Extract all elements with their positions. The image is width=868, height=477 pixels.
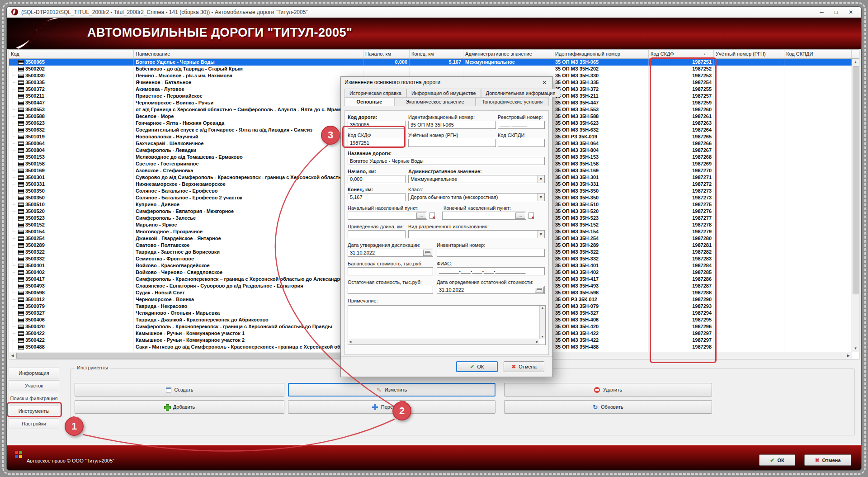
cell-end[interactable]: 5,167 — [410, 59, 463, 66]
cell-name[interactable]: Симферополь - Левадки — [134, 147, 363, 154]
note-textarea[interactable]: ▲▼ ◀▶ — [348, 305, 546, 345]
cell-name[interactable]: Симферополь - Красноперекопск – граница … — [134, 276, 363, 283]
cell-rgn[interactable] — [714, 269, 784, 276]
dialog-cancel-button[interactable]: ✖Отмена — [504, 361, 544, 372]
cell-skdf[interactable]: 1987264 — [649, 127, 714, 133]
cell-code[interactable]: 3500401 — [9, 262, 134, 269]
cell-rgn[interactable] — [714, 93, 784, 99]
cell-rgn[interactable] — [714, 303, 784, 310]
cell-name[interactable]: Джанкой - Гвардейское - Янтарное — [134, 235, 363, 242]
minimize-button[interactable]: ─ — [820, 9, 824, 15]
cell-skpdi[interactable] — [784, 255, 852, 262]
cell-rgn[interactable] — [714, 59, 784, 66]
cell-code[interactable]: 3500158 — [9, 161, 134, 167]
cell-skdf[interactable]: 1987276 — [649, 208, 714, 215]
cell-name[interactable]: Таврида - Джанкой - Красноперекопск до А… — [134, 316, 363, 323]
tab-extra[interactable]: Дополнительная информация — [481, 89, 561, 97]
cell-code[interactable]: 3500520 — [9, 208, 134, 215]
cell-skdf[interactable]: 1987271 — [649, 174, 714, 181]
end-field[interactable]: 5,167 — [348, 193, 406, 201]
cell-rgn[interactable] — [714, 147, 784, 154]
cell-code[interactable]: 3500422 — [9, 337, 134, 344]
scroll-up-icon[interactable]: ▲ — [540, 306, 545, 309]
tab-property[interactable]: Информация об имуществе — [406, 89, 481, 97]
cell-rgn[interactable] — [714, 120, 784, 127]
cell-skdf[interactable]: 1987254 — [649, 79, 714, 86]
cell-skdf[interactable]: 1987267 — [649, 147, 714, 154]
cell-ident[interactable]: 35 ОП МЗ 35Н-804 — [553, 147, 649, 154]
chevron-down-icon[interactable]: ▼ — [537, 194, 544, 201]
cell-skpdi[interactable] — [784, 120, 852, 127]
cell-code[interactable]: 3500406 — [9, 316, 134, 323]
cell-ident[interactable]: 35 ОП МЗ 35Н-447 — [553, 99, 649, 106]
cell-ident[interactable]: 35 ОП МЗ 35Н-588 — [553, 113, 649, 120]
cell-code[interactable]: 3500289 — [9, 242, 134, 249]
cell-ident[interactable]: 35 ОП МЗ 35Н-331 — [553, 181, 649, 188]
residual-date-field[interactable]: 31.10.2022 — [437, 286, 545, 294]
scroll-left-icon[interactable]: ◀ — [349, 340, 351, 344]
cell-name[interactable]: Многоводное - Прозрачное — [134, 228, 363, 235]
cell-code[interactable]: 3500079 — [9, 303, 134, 310]
cell-skdf[interactable]: 1987251 — [649, 59, 714, 66]
cell-rgn[interactable] — [714, 222, 784, 228]
cell-skpdi[interactable] — [784, 249, 852, 255]
cell-name[interactable]: Нижнезаморское - Верхнезаморское — [134, 181, 363, 188]
cell-rgn[interactable] — [714, 310, 784, 316]
cell-code[interactable]: 3500254 — [9, 235, 134, 242]
cell-skpdi[interactable] — [784, 269, 852, 276]
cell-name[interactable]: Таврида - Заветное до Борисовки — [134, 249, 363, 255]
col-header-code[interactable]: Код — [9, 50, 134, 58]
cell-skpdi[interactable] — [784, 140, 852, 147]
move-button[interactable]: Переместить — [288, 400, 495, 414]
cell-ident[interactable]: 35 ОП МЗ 35Н-520 — [553, 208, 649, 215]
cell-rgn[interactable] — [714, 330, 784, 337]
cell-skpdi[interactable] — [784, 228, 852, 235]
delete-button[interactable]: Удалить — [504, 383, 712, 397]
cell-ident[interactable]: 35 ОП МЗ 35Н-523 — [553, 215, 649, 222]
create-button[interactable]: Создать — [75, 383, 284, 397]
cell-name[interactable]: Черноморское - Воинка — [134, 296, 363, 303]
cell-skdf[interactable]: 1987253 — [649, 72, 714, 79]
cell-skpdi[interactable] — [784, 215, 852, 222]
cell-name[interactable]: Веселое - Море — [134, 113, 363, 120]
cell-code[interactable]: 3500417 — [9, 276, 134, 283]
rgn-field[interactable] — [408, 139, 496, 147]
browse-dots-button[interactable]: ... — [416, 213, 426, 219]
chevron-down-icon[interactable]: ▼ — [537, 175, 544, 183]
cell-name[interactable]: Соляное - Батальное - Ерофеево 2 участок — [134, 194, 363, 201]
maximize-button[interactable]: □ — [835, 9, 838, 15]
cell-ident[interactable]: 35 ОП МЗ 35Н-623 — [553, 120, 649, 127]
cell-ident[interactable]: 35 ОП МЗ 35Н-202 — [553, 66, 649, 72]
cell-code[interactable]: 3500154 — [9, 228, 134, 235]
cell-rgn[interactable] — [714, 208, 784, 215]
cell-ident[interactable]: 35 ОП МЗ 35Н-422 — [553, 337, 649, 344]
reduced-length-field[interactable] — [348, 230, 406, 238]
cell-skpdi[interactable] — [784, 99, 852, 106]
tab-main[interactable]: Основные — [344, 97, 394, 106]
reestr-field[interactable]: ____-______ — [498, 121, 545, 129]
cell-ident[interactable]: 35 ОП РЗ 35К-012 — [553, 296, 649, 303]
cell-skpdi[interactable] — [784, 344, 852, 350]
note-hscrollbar[interactable]: ◀▶ — [348, 339, 539, 345]
cell-skdf[interactable]: 1987297 — [649, 337, 714, 344]
cell-skpdi[interactable] — [784, 310, 852, 316]
col-header-skdf[interactable]: Код СКДФ▲ — [649, 50, 714, 58]
cell-rgn[interactable] — [714, 99, 784, 106]
cell-code[interactable]: 3500804 — [9, 147, 134, 154]
cell-ident[interactable]: 35 ОП МЗ 35Н-335 — [553, 79, 649, 86]
cell-skdf[interactable]: 1987281 — [649, 242, 714, 249]
refresh-button[interactable]: ↻Обновить — [504, 400, 712, 414]
cell-admin[interactable] — [463, 66, 553, 72]
cell-ident[interactable]: 35 ОП МЗ 35Н-330 — [553, 72, 649, 79]
cell-name[interactable]: Челядиново - Огоньки - Марьевка — [134, 310, 363, 316]
chevron-down-icon[interactable]: ▼ — [537, 231, 544, 238]
cell-ident[interactable]: 35 ОП МЗ 35Н-632 — [553, 127, 649, 133]
cell-skdf[interactable]: 1987288 — [649, 289, 714, 296]
col-header-skpdi[interactable]: Код СКПДИ — [784, 50, 852, 58]
cell-rgn[interactable] — [714, 66, 784, 72]
cell-ident[interactable]: 35 ОП МЗ 35Н-169 — [553, 167, 649, 174]
cell-skdf[interactable]: 1987272 — [649, 181, 714, 188]
cell-rgn[interactable] — [714, 201, 784, 208]
cell-skpdi[interactable] — [784, 323, 852, 330]
cell-rgn[interactable] — [714, 215, 784, 222]
